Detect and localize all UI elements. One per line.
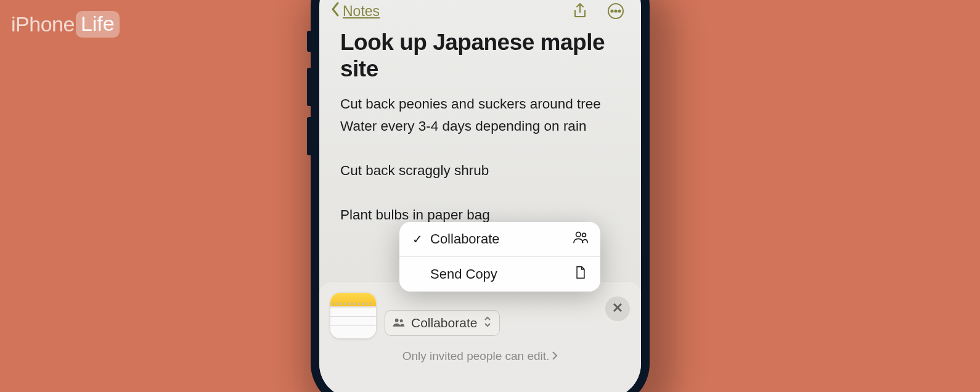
popup-option-collaborate[interactable]: ✓ Collaborate bbox=[399, 222, 600, 256]
share-mode-label: Collaborate bbox=[411, 316, 477, 330]
close-icon bbox=[613, 303, 623, 315]
phone-screen: Notes Look up Japanese maple site Cut ba… bbox=[319, 0, 641, 392]
people-icon bbox=[393, 316, 405, 330]
notes-app-icon bbox=[330, 293, 376, 338]
popup-option-label: Send Copy bbox=[430, 266, 566, 282]
svg-point-7 bbox=[582, 233, 586, 237]
phone-side-button bbox=[307, 117, 311, 155]
close-button[interactable] bbox=[605, 296, 630, 321]
popup-option-label: Collaborate bbox=[430, 231, 566, 247]
chevron-right-icon bbox=[552, 349, 558, 363]
watermark-left: iPhone bbox=[11, 12, 75, 36]
svg-point-6 bbox=[576, 232, 581, 237]
phone-side-button bbox=[307, 31, 311, 52]
share-mode-popup: ✓ Collaborate Send Copy bbox=[399, 222, 600, 292]
svg-point-5 bbox=[400, 319, 403, 322]
popup-option-send-copy[interactable]: Send Copy bbox=[399, 256, 600, 292]
document-icon bbox=[573, 266, 588, 283]
updown-icon bbox=[483, 316, 492, 330]
phone-frame: Notes Look up Japanese maple site Cut ba… bbox=[311, 0, 650, 392]
people-icon bbox=[573, 231, 588, 248]
svg-point-4 bbox=[395, 319, 399, 322]
watermark-right: Life bbox=[76, 11, 120, 38]
watermark-logo: iPhone Life bbox=[11, 11, 120, 38]
permission-text: Only invited people can edit. bbox=[402, 349, 550, 363]
phone-side-button bbox=[307, 68, 311, 106]
share-mode-selector[interactable]: Collaborate bbox=[385, 310, 500, 336]
checkmark-icon: ✓ bbox=[412, 232, 423, 247]
share-sheet: Collaborate Only invited people can edit… bbox=[319, 281, 641, 392]
permission-row[interactable]: Only invited people can edit. bbox=[319, 338, 641, 363]
